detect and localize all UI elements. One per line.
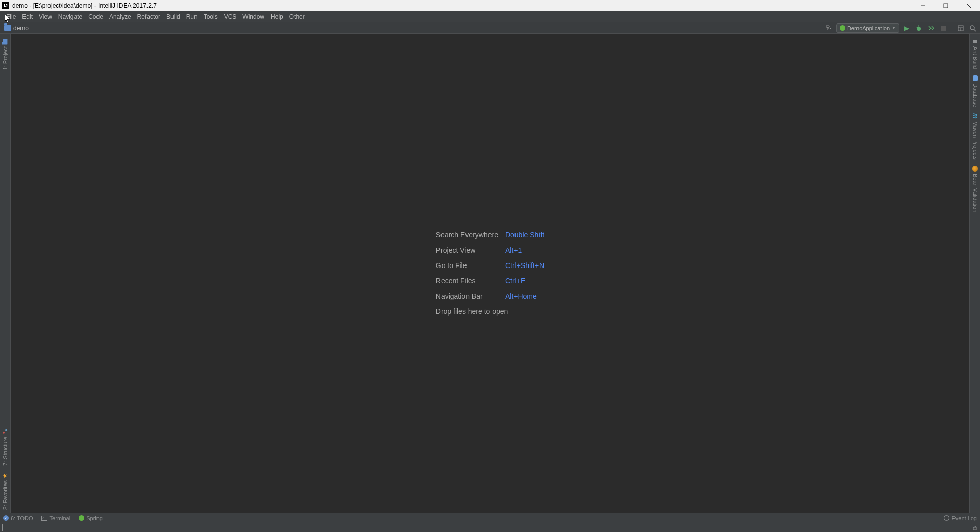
tool-spring-tab[interactable]: Spring [79,515,103,521]
svg-rect-16 [973,527,976,530]
breadcrumb[interactable]: demo [2,25,29,32]
svg-point-4 [917,27,921,31]
tool-database-label: Database [972,83,978,107]
window-title: demo - [E:\project\idea\demo] - IntelliJ… [12,2,157,9]
svg-rect-1 [944,4,948,8]
run-button[interactable]: ▶ [901,23,912,33]
tool-favorites-tab[interactable]: 2: Favorites ★ [2,469,8,513]
menu-view[interactable]: View [36,13,55,20]
tool-ant-label: Ant Build [972,46,978,69]
close-button[interactable] [957,0,980,11]
menubar: File Edit View Navigate Code Analyze Ref… [0,11,980,22]
window-controls [911,0,980,11]
menu-analyze[interactable]: Analyze [106,13,134,20]
hint-search-key: Double Shift [505,231,544,239]
hint-navbar-key: Alt+Home [505,292,544,300]
bug-icon [915,25,922,32]
tool-maven-tab[interactable]: m Maven Projects [972,110,979,162]
tool-terminal-tab[interactable]: Terminal [41,515,71,521]
breadcrumb-project: demo [13,25,29,32]
run-config-selector[interactable]: DemoApplication ▼ [836,23,899,33]
svg-point-11 [970,26,974,30]
minimize-icon [920,3,925,8]
spring-icon [840,25,845,31]
statusbar-right[interactable] [972,524,978,531]
tool-terminal-label: Terminal [50,515,71,521]
statusbar [0,523,980,532]
event-log-icon [944,515,949,521]
project-structure-button[interactable] [955,23,966,33]
run-coverage-button[interactable] [926,23,936,33]
tool-spring-label: Spring [86,515,103,521]
svg-point-13 [3,432,5,434]
stop-button[interactable] [938,23,948,33]
hint-project-label: Project View [436,246,498,254]
tool-eventlog-tab[interactable]: Event Log [944,515,977,521]
tool-eventlog-label: Event Log [951,515,977,521]
main: 1: Project 7: Structure 2: Favorites ★ S… [0,34,980,513]
svg-point-14 [5,429,7,431]
menu-tools[interactable]: Tools [201,13,221,20]
hammer-down-icon [825,25,832,32]
tool-bean-tab[interactable]: Bean Validation [972,163,978,215]
tool-bean-label: Bean Validation [972,174,978,212]
hint-gotofile-label: Go to File [436,261,498,270]
hint-recent-key: Ctrl+E [505,277,544,285]
app-icon: IJ [2,2,9,9]
tool-todo-label: 6: TODO [11,515,33,521]
menu-code[interactable]: Code [85,13,106,20]
ant-icon [972,39,978,44]
menu-run[interactable]: Run [183,13,201,20]
tool-project-label: 1: Project [2,46,8,70]
minimize-button[interactable] [911,0,934,11]
left-gutter: 1: Project 7: Structure 2: Favorites ★ [0,34,10,513]
menu-build[interactable]: Build [163,13,183,20]
terminal-icon [41,516,47,521]
maximize-icon [943,3,948,8]
hint-navbar-label: Navigation Bar [436,292,498,300]
menu-navigate[interactable]: Navigate [55,13,85,20]
menu-other[interactable]: Other [286,13,308,20]
maven-icon: m [972,113,979,119]
menu-edit[interactable]: Edit [19,13,36,20]
menu-vcs[interactable]: VCS [221,13,240,20]
tool-favorites-label: 2: Favorites [2,480,8,510]
svg-rect-15 [973,40,977,43]
tool-structure-tab[interactable]: 7: Structure [2,426,8,469]
menu-window[interactable]: Window [239,13,267,20]
close-icon [966,3,971,8]
search-everywhere-button[interactable] [968,23,978,33]
chevron-down-icon: ▼ [892,26,896,30]
play-icon: ▶ [904,25,909,32]
hint-search-label: Search Everywhere [436,231,498,239]
todo-icon: ✓ [3,515,9,521]
tool-todo-tab[interactable]: ✓ 6: TODO [3,515,33,521]
statusbar-left[interactable] [2,525,3,531]
menu-help[interactable]: Help [267,13,286,20]
editor-hints: Search Everywhere Double Shift Project V… [436,231,544,316]
tool-ant-tab[interactable]: Ant Build [972,36,978,72]
hint-project-key: Alt+1 [505,246,544,254]
stop-icon [941,26,946,31]
hint-drop: Drop files here to open [436,307,544,316]
right-gutter: Ant Build Database m Maven Projects Bean… [970,34,980,513]
menu-refactor[interactable]: Refactor [134,13,163,20]
debug-button[interactable] [914,23,924,33]
tool-database-tab[interactable]: Database [972,72,978,110]
search-icon [969,25,976,32]
svg-rect-8 [958,26,963,31]
tool-project-tab[interactable]: 1: Project [2,36,9,73]
folder-icon [4,25,11,31]
database-icon [973,75,978,81]
run-config-label: DemoApplication [847,25,890,31]
navbar: demo DemoApplication ▼ ▶ [0,22,980,34]
toolbar: DemoApplication ▼ ▶ [824,23,978,33]
star-icon: ★ [2,472,8,478]
spring-icon [79,515,84,521]
lock-icon [972,524,978,530]
menu-file[interactable]: File [3,13,19,20]
maximize-button[interactable] [934,0,957,11]
folder-icon [3,39,7,44]
build-button[interactable] [824,23,834,33]
editor-empty-state[interactable]: Search Everywhere Double Shift Project V… [10,34,970,513]
